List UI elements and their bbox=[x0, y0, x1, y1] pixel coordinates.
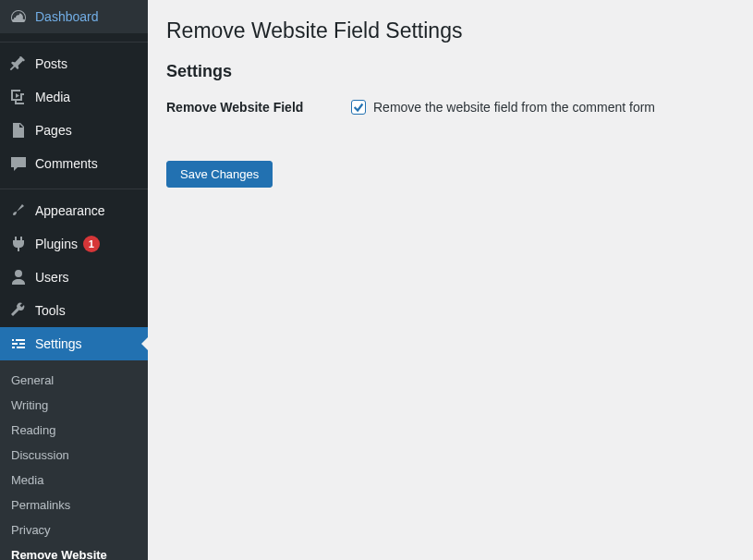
sidebar-item-label: Tools bbox=[35, 303, 66, 318]
submenu-item-writing[interactable]: Writing bbox=[0, 393, 148, 418]
submenu-item-remove-website-field[interactable]: Remove Website Field bbox=[0, 542, 148, 560]
sidebar-item-pages[interactable]: Pages bbox=[0, 114, 148, 147]
page-title: Remove Website Field Settings bbox=[166, 18, 735, 43]
sidebar-item-appearance[interactable]: Appearance bbox=[0, 194, 148, 227]
user-icon bbox=[9, 268, 28, 286]
field-control: Remove the website field from the commen… bbox=[351, 100, 735, 115]
pin-icon bbox=[9, 55, 28, 73]
sidebar-item-label: Pages bbox=[35, 123, 72, 138]
save-button[interactable]: Save Changes bbox=[166, 161, 273, 188]
wrench-icon bbox=[9, 301, 28, 320]
sidebar-item-comments[interactable]: Comments bbox=[0, 147, 148, 180]
update-badge: 1 bbox=[83, 236, 100, 252]
menu-separator bbox=[0, 38, 148, 43]
check-icon bbox=[352, 100, 365, 115]
plugin-icon bbox=[9, 235, 28, 253]
menu-separator bbox=[0, 185, 148, 189]
submenu-item-permalinks[interactable]: Permalinks bbox=[0, 493, 148, 517]
sidebar-item-label: Posts bbox=[35, 56, 67, 71]
sidebar-item-posts[interactable]: Posts bbox=[0, 47, 148, 80]
submenu-item-reading[interactable]: Reading bbox=[0, 418, 148, 443]
sidebar-item-label: Dashboard bbox=[35, 9, 99, 24]
form-row-remove-website-field: Remove Website Field Remove the website … bbox=[166, 100, 735, 115]
sidebar-item-settings[interactable]: Settings bbox=[0, 327, 148, 360]
sidebar-item-plugins[interactable]: Plugins 1 bbox=[0, 227, 148, 261]
sidebar-item-dashboard[interactable]: Dashboard bbox=[0, 0, 148, 33]
media-icon bbox=[9, 88, 28, 106]
admin-sidebar: Dashboard Posts Media Pages Comments App… bbox=[0, 0, 148, 560]
sidebar-item-label: Settings bbox=[35, 336, 82, 351]
settings-submenu: General Writing Reading Discussion Media… bbox=[0, 360, 148, 560]
sidebar-item-label: Users bbox=[35, 270, 69, 285]
settings-icon bbox=[9, 335, 28, 353]
dashboard-icon bbox=[9, 7, 28, 26]
comment-icon bbox=[9, 154, 28, 173]
page-icon bbox=[9, 121, 28, 140]
submenu-item-general[interactable]: General bbox=[0, 368, 148, 393]
submenu-item-discussion[interactable]: Discussion bbox=[0, 443, 148, 468]
submenu-item-media[interactable]: Media bbox=[0, 468, 148, 493]
sidebar-item-media[interactable]: Media bbox=[0, 80, 148, 114]
sidebar-item-users[interactable]: Users bbox=[0, 261, 148, 294]
field-label: Remove Website Field bbox=[166, 100, 351, 115]
checkbox-label[interactable]: Remove the website field from the commen… bbox=[373, 100, 655, 115]
section-title: Settings bbox=[166, 62, 735, 81]
sidebar-item-label: Media bbox=[35, 90, 70, 104]
sidebar-item-label: Plugins bbox=[35, 237, 78, 251]
submenu-item-privacy[interactable]: Privacy bbox=[0, 517, 148, 542]
brush-icon bbox=[9, 201, 28, 220]
sidebar-item-label: Comments bbox=[35, 156, 98, 171]
sidebar-item-tools[interactable]: Tools bbox=[0, 294, 148, 327]
main-content: Remove Website Field Settings Settings R… bbox=[148, 0, 753, 560]
remove-website-checkbox[interactable] bbox=[351, 100, 366, 115]
sidebar-item-label: Appearance bbox=[35, 203, 105, 218]
